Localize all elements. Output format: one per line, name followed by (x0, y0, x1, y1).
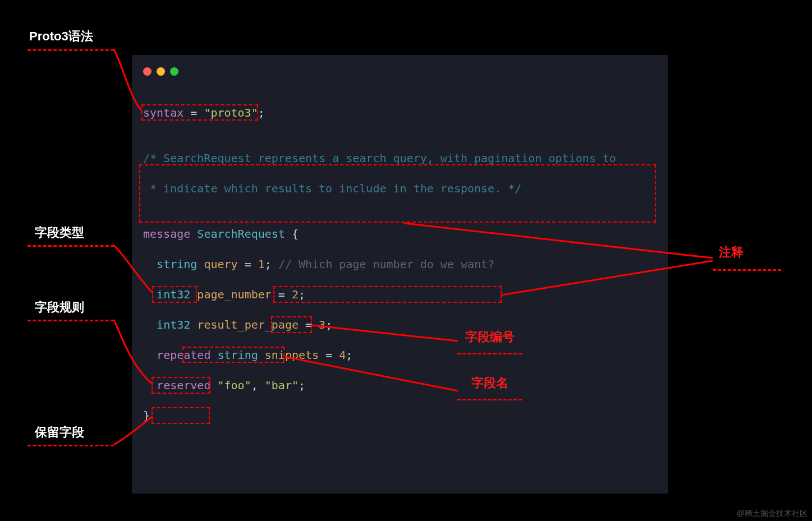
underline-reserved (27, 445, 114, 446)
label-field-type: 字段类型 (35, 224, 84, 241)
field3-number: 3 (319, 318, 325, 331)
field3-type: int32 (157, 318, 190, 331)
label-proto3-syntax: Proto3语法 (29, 28, 93, 45)
block-comment-line1: /* SearchRequest represents a search que… (143, 151, 616, 165)
reserved-val2: "bar" (265, 379, 299, 392)
highlight-block-comment (139, 164, 656, 223)
label-reserved-field: 保留字段 (35, 424, 84, 441)
highlight-inline-comment (273, 286, 502, 303)
message-name: SearchRequest (190, 227, 292, 241)
underline-proto3 (27, 49, 114, 51)
underline-field-rule (27, 320, 114, 321)
highlight-field-number (271, 316, 312, 333)
field4-number: 4 (339, 348, 346, 362)
code-content: syntax = "proto3"; /* SearchRequest repr… (143, 105, 616, 423)
underline-comment (713, 269, 781, 271)
reserved-val1: "foo" (217, 379, 251, 392)
label-field-number: 字段编号 (465, 329, 515, 345)
window-controls (143, 67, 178, 76)
underline-field-name (457, 399, 522, 400)
underline-field-number (457, 353, 522, 354)
close-icon[interactable] (143, 67, 152, 76)
minimize-icon[interactable] (157, 67, 165, 76)
highlight-field-name (182, 347, 285, 363)
field2-name: page_number (190, 288, 278, 301)
label-comment: 注释 (719, 244, 744, 261)
field1-number: 1 (258, 257, 265, 271)
highlight-syntax (141, 104, 258, 121)
highlight-field-type (152, 286, 197, 303)
underline-field-type (27, 245, 114, 247)
label-field-name: 字段名 (471, 375, 508, 391)
field1-name: query (197, 257, 244, 271)
watermark: @稀土掘金技术社区 (737, 509, 808, 519)
highlight-field-rule (152, 377, 210, 394)
highlight-reserved (152, 407, 210, 424)
message-keyword: message (143, 227, 190, 241)
field1-type: string (157, 257, 197, 271)
label-field-rule: 字段规则 (35, 299, 84, 316)
code-window: syntax = "proto3"; /* SearchRequest repr… (132, 55, 668, 494)
maximize-icon[interactable] (170, 67, 178, 76)
inline-comment: // Which page number do we want? (278, 257, 494, 271)
